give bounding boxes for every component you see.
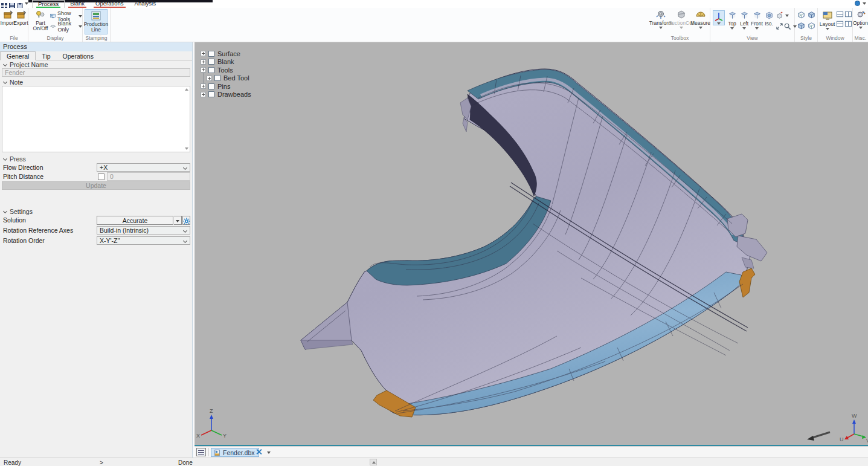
layout-dropdown-icon[interactable] xyxy=(826,28,829,30)
status-done: Done xyxy=(178,459,193,466)
tab-list-dropdown-icon[interactable] xyxy=(267,451,271,454)
view-fit-button[interactable] xyxy=(776,22,783,30)
view-front-dropdown-icon[interactable] xyxy=(755,27,759,30)
note-textarea[interactable] xyxy=(2,86,190,152)
window-split-h-button[interactable] xyxy=(836,10,844,18)
paste-icon[interactable] xyxy=(17,1,23,7)
tree-item-tools[interactable]: Tools xyxy=(201,66,251,74)
layout-button[interactable]: Layout xyxy=(819,10,835,30)
solution-button[interactable]: Accurate xyxy=(97,216,173,225)
tree-item-drawbeads[interactable]: Drawbeads xyxy=(201,91,251,99)
measure-button[interactable]: Measure xyxy=(692,9,709,29)
tree-item-blank[interactable]: Blank xyxy=(201,58,251,66)
window-single-button[interactable] xyxy=(836,20,844,28)
divider xyxy=(208,448,209,456)
style-shaded-edges-button[interactable] xyxy=(807,11,816,19)
rotation-axes-select[interactable]: Build-in (Intrinsic) xyxy=(97,226,190,235)
checkbox-icon[interactable] xyxy=(208,51,214,57)
view-iso-button[interactable]: Iso. xyxy=(764,10,774,27)
view-left-button[interactable]: Left xyxy=(739,10,750,30)
solution-dropdown[interactable] xyxy=(174,216,182,225)
rotation-order-select[interactable]: X-Y'-Z'' xyxy=(97,236,190,245)
tree-item-pins[interactable]: Pins xyxy=(201,82,251,91)
expand-icon[interactable] xyxy=(201,51,206,56)
panel-tab-tip[interactable]: Tip xyxy=(36,52,56,61)
help-icon[interactable] xyxy=(855,1,860,6)
checkbox-icon[interactable] xyxy=(208,59,214,65)
group-label-file: File xyxy=(0,35,28,41)
document-list-icon[interactable] xyxy=(196,448,206,456)
export-button[interactable]: Export xyxy=(14,9,27,26)
flow-direction-select[interactable]: +X xyxy=(97,163,190,172)
expand-icon[interactable] xyxy=(201,67,206,73)
pitch-distance-checkbox[interactable] xyxy=(98,173,104,180)
expand-icon[interactable] xyxy=(201,83,206,89)
document-tab-fender[interactable]: Fender.dbx xyxy=(211,448,259,457)
project-name-field[interactable] xyxy=(2,68,190,77)
style-transparent-button[interactable] xyxy=(807,22,816,30)
qat-dropdown-icon[interactable] xyxy=(25,2,28,5)
collapse-icon xyxy=(3,80,7,84)
tree-item-bed-tool[interactable]: Bed Tool xyxy=(201,74,251,83)
pitch-distance-field[interactable] xyxy=(107,172,190,181)
tree-item-surface[interactable]: Surface xyxy=(201,50,251,58)
show-tools-dropdown-icon[interactable] xyxy=(79,15,82,18)
splitter-grip[interactable] xyxy=(370,459,377,465)
app-grid-icon[interactable] xyxy=(1,1,7,7)
checkbox-icon[interactable] xyxy=(208,67,214,73)
blank-only-dropdown-icon[interactable] xyxy=(79,25,82,28)
chevron-down-icon xyxy=(183,166,187,170)
transform-dropdown-icon[interactable] xyxy=(659,27,663,29)
window-split-v-button[interactable] xyxy=(844,20,852,28)
panel-tab-operations[interactable]: Operations xyxy=(57,52,100,61)
blank-only-button[interactable]: Blank Only xyxy=(50,22,82,30)
panel-tabs: GeneralTipOperations xyxy=(0,51,192,60)
solution-settings-button[interactable] xyxy=(182,216,190,225)
tab-operations[interactable]: Operations xyxy=(90,0,129,8)
tab-blank[interactable]: Blank xyxy=(65,0,90,8)
window-split-quad-button[interactable] xyxy=(844,10,852,18)
panel-tab-general[interactable]: General xyxy=(0,51,36,60)
view-left-dropdown-icon[interactable] xyxy=(742,27,746,30)
press-section-header[interactable]: Press xyxy=(0,155,192,163)
part-onoff-button[interactable]: Part On/Off xyxy=(32,9,49,32)
view-top-dropdown-icon[interactable] xyxy=(730,27,734,30)
expand-icon[interactable] xyxy=(201,92,206,97)
title-tab-row: Process Blank Operations Analysis xyxy=(0,0,868,8)
option-button[interactable]: Option xyxy=(854,9,867,29)
3d-view[interactable]: Z X Y W U V xyxy=(194,42,868,446)
ribbon-tabs: Process Blank Operations Analysis xyxy=(32,0,161,8)
titlebar-dropdown-icon[interactable] xyxy=(863,2,866,5)
expand-icon[interactable] xyxy=(201,59,206,65)
settings-section-header[interactable]: Settings xyxy=(0,208,192,216)
view-axis-button[interactable] xyxy=(713,10,725,25)
tab-process[interactable]: Process xyxy=(32,0,65,8)
view-rotate-button[interactable] xyxy=(776,11,789,19)
expand-icon[interactable] xyxy=(207,76,212,81)
show-tools-button[interactable]: Show Tools xyxy=(50,12,82,20)
view-top-button[interactable]: Top xyxy=(727,10,738,30)
view-front-button[interactable]: Front xyxy=(751,10,763,30)
collapse-icon xyxy=(3,62,7,66)
viewport: Z X Y W U V xyxy=(194,42,868,458)
style-shaded-button[interactable] xyxy=(797,22,806,30)
checkbox-icon[interactable] xyxy=(208,91,214,97)
style-wireframe-button[interactable] xyxy=(797,11,806,19)
checkbox-icon[interactable] xyxy=(208,83,214,89)
view-axis-dropdown-icon[interactable] xyxy=(717,22,721,25)
pitch-distance-row: Pitch Distance xyxy=(0,172,192,181)
checkbox-icon[interactable] xyxy=(214,75,220,81)
transform-button[interactable]: Transform xyxy=(651,9,670,29)
ribbon-group-toolbox: Transform SectionCut Measure Toolbox xyxy=(650,8,710,42)
update-button[interactable]: Update xyxy=(2,181,190,190)
measure-dropdown-icon[interactable] xyxy=(699,27,702,29)
close-icon[interactable] xyxy=(256,448,262,454)
ribbon-group-stamping: Production Line Stamping xyxy=(83,8,111,42)
view-rotate-dropdown-icon[interactable] xyxy=(785,15,789,17)
import-button[interactable]: Import xyxy=(1,9,14,26)
save-icon[interactable] xyxy=(9,1,15,7)
production-line-button[interactable]: Production Line xyxy=(85,9,108,34)
group-label-view: View xyxy=(710,35,794,41)
option-dropdown-icon[interactable] xyxy=(859,27,863,29)
tab-analysis[interactable]: Analysis xyxy=(129,0,161,8)
